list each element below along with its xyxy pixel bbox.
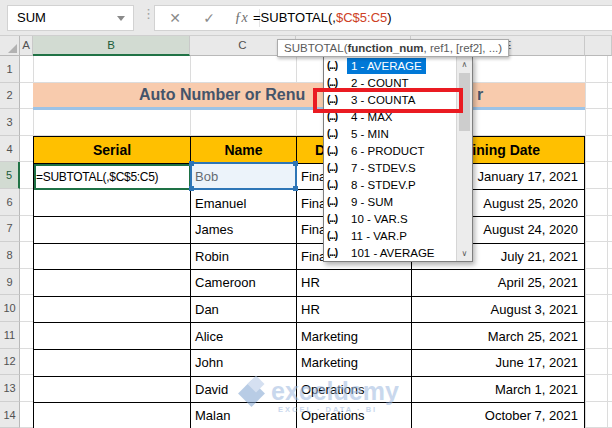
row-header[interactable]: 3 [0,109,20,136]
cell-serial[interactable] [34,297,191,324]
select-all-corner[interactable] [0,36,20,56]
cell-serial[interactable] [34,244,191,271]
cell-serial[interactable] [34,403,191,428]
row-header[interactable]: 8 [0,242,20,269]
dropdown-item[interactable]: (...) 101 - AVERAGE [324,244,456,261]
cell-name[interactable]: Alice [191,323,297,350]
row-header[interactable]: 12 [0,349,20,376]
watermark-tagline: EXCEL · DATA · BI [278,405,377,414]
cell-serial[interactable]: =SUBTOTAL(,$C$5:C5) [34,164,191,191]
annotation-highlight-box [313,88,463,113]
row-header[interactable]: 9 [0,269,20,296]
cell-joining-date[interactable]: March 25, 2021 [412,323,584,350]
range-handle[interactable] [189,186,194,191]
row-header[interactable]: 5 [0,162,20,189]
cell-name[interactable]: Dan [191,297,297,324]
banner-title-right: r [477,84,483,106]
ellipsis-icon: (...) [327,77,347,88]
cell-department[interactable]: HR [297,270,412,297]
scroll-down-icon[interactable]: ∨ [457,246,472,261]
cell-department[interactable]: HR [297,297,412,324]
dropdown-item[interactable]: (...) 7 - STDEV.S [324,159,456,176]
row-header[interactable]: 6 [0,189,20,216]
table-header-row: Serial Name Department Joining Date [34,137,584,164]
formula-toolbar: SUM ⋮ ✕ ✓ ƒx =SUBTOTAL(,$C$5:C5) [0,0,612,36]
formula-range-ref: $C$5:C5 [336,10,387,25]
table-row: Robin Finance July 21, 2021 [34,244,584,271]
ellipsis-icon: (...) [327,247,347,258]
dropdown-item-label: 101 - AVERAGE [347,245,439,261]
cell-name[interactable]: Robin [191,244,297,271]
row-header[interactable]: 13 [0,375,20,402]
tooltip-fn: SUBTOTAL( [284,42,347,54]
watermark-brand: exceldemy [271,377,399,406]
enter-icon[interactable]: ✓ [197,6,221,30]
row-header[interactable]: 7 [0,216,20,243]
column-header-b[interactable]: B [33,36,190,56]
cell-serial[interactable] [34,323,191,350]
dropdown-item[interactable]: (...) 5 - MIN [324,125,456,142]
dropdown-item-label: 6 - PRODUCT [347,143,428,159]
table-row: Emanuel Finance August 25, 2020 [34,190,584,217]
ellipsis-icon: (...) [327,196,347,207]
range-handle[interactable] [189,161,194,166]
cell-joining-date[interactable]: March 1, 2021 [412,377,584,404]
formula-suffix: ) [387,10,391,25]
ellipsis-icon: (...) [327,162,347,173]
cell-serial[interactable] [34,217,191,244]
title-banner-cell[interactable]: Auto Number or Renu r [33,83,585,110]
row-header[interactable]: 14 [0,402,20,428]
dropdown-item-label: 10 - VAR.S [347,211,412,227]
dropdown-item[interactable]: (...) 9 - SUM [324,193,456,210]
table-row: Cameroon HR April 25, 2021 [34,270,584,297]
ellipsis-icon: (...) [327,213,347,224]
cell-name[interactable]: Cameroon [191,270,297,297]
dropdown-item[interactable]: (...) 1 - AVERAGE [324,57,456,74]
row-header[interactable]: 10 [0,295,20,322]
watermark: exceldemy EXCEL · DATA · BI [238,377,408,419]
dropdown-item[interactable]: (...) 8 - STDEV.P [324,176,456,193]
cell-name[interactable]: James [191,217,297,244]
cell-serial[interactable] [34,270,191,297]
cell-department[interactable]: Marketing [297,350,412,377]
range-handle[interactable] [293,161,298,166]
table-row: James Finance August 24, 2020 [34,217,584,244]
name-box[interactable]: SUM [7,5,134,31]
cancel-icon[interactable]: ✕ [163,6,187,30]
formula-bar: ✕ ✓ ƒx =SUBTOTAL(,$C$5:C5) [154,5,612,31]
cell-joining-date[interactable]: June 17, 2021 [412,350,584,377]
insert-function-icon[interactable]: ƒx [229,6,253,30]
dropdown-item[interactable]: (...) 10 - VAR.S [324,210,456,227]
dropdown-item-label: 1 - AVERAGE [347,58,426,74]
cell-serial[interactable] [34,190,191,217]
cell-serial[interactable] [34,350,191,377]
dropdown-item-label: 11 - VAR.P [347,228,411,244]
row-header[interactable]: 11 [0,322,20,349]
cell-name[interactable]: John [191,350,297,377]
cell-serial[interactable] [34,377,191,404]
header-name[interactable]: Name [191,137,297,164]
cell-name[interactable]: Emanuel [191,190,297,217]
cell-joining-date[interactable]: August 3, 2021 [412,297,584,324]
row-header[interactable]: 4 [0,136,20,163]
dropdown-item-label: 5 - MIN [347,126,393,142]
cell-joining-date[interactable]: October 7, 2021 [412,403,584,428]
dropdown-item[interactable]: (...) 6 - PRODUCT [324,142,456,159]
name-box-dropdown-icon[interactable] [117,16,125,21]
dropdown-item[interactable]: (...) 11 - VAR.P [324,227,456,244]
function-num-dropdown: (...) 1 - AVERAGE (...) 2 - COUNT (...) … [323,56,473,262]
row-header[interactable]: 2 [0,83,20,110]
cell-joining-date[interactable]: April 25, 2021 [412,270,584,297]
column-header-f[interactable] [585,36,612,56]
column-header-a[interactable]: A [20,36,33,56]
name-box-value: SUM [17,10,46,25]
formula-input[interactable]: =SUBTOTAL(,$C$5:C5) [253,6,392,30]
scroll-up-icon[interactable]: ∧ [457,57,472,72]
dropdown-item-label: 7 - STDEV.S [347,160,420,176]
range-reference-highlight [190,162,297,190]
header-serial[interactable]: Serial [34,137,191,164]
cell-department[interactable]: Marketing [297,323,412,350]
function-signature-tooltip: SUBTOTAL(function_num, ref1, [ref2], ...… [277,39,509,57]
row-header[interactable]: 1 [0,56,20,83]
range-handle[interactable] [293,186,298,191]
